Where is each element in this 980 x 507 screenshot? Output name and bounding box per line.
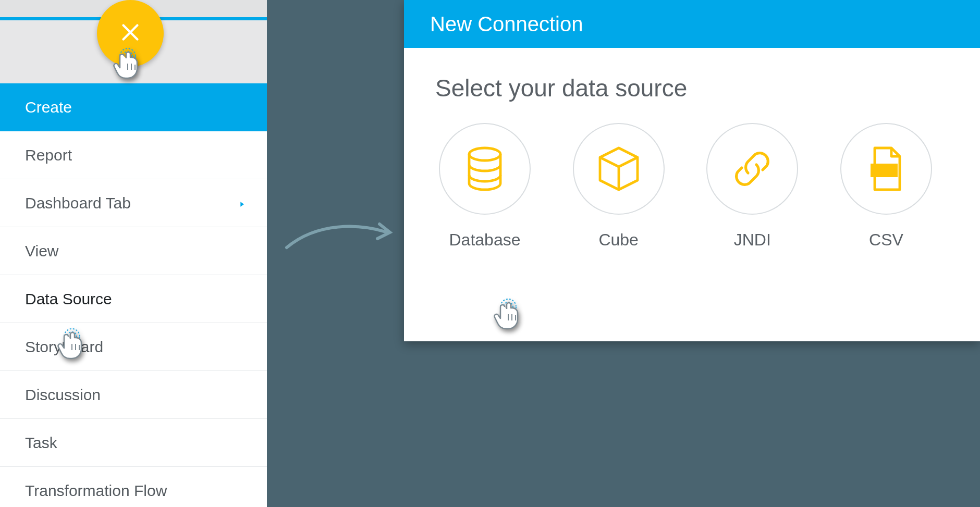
flow-arrow-icon <box>281 214 396 255</box>
source-option-csv[interactable]: CSV CSV <box>837 123 936 250</box>
cube-icon <box>573 123 665 215</box>
menu-item-label: Data Source <box>25 290 112 308</box>
menu-item-label: Discussion <box>25 386 101 404</box>
create-menu-panel: Create Report Dashboard Tab View Data So… <box>0 0 267 507</box>
menu-item-view[interactable]: View <box>0 227 267 275</box>
source-option-cube[interactable]: Cube <box>569 123 668 250</box>
menu-item-task[interactable]: Task <box>0 419 267 467</box>
svg-text:CSV: CSV <box>874 166 893 176</box>
source-label: JNDI <box>734 230 771 250</box>
menu-header: Create <box>0 83 267 131</box>
menu-item-label: Report <box>25 146 72 164</box>
menu-item-label: StoryBoard <box>25 338 103 356</box>
menu-item-discussion[interactable]: Discussion <box>0 371 267 419</box>
menu-item-storyboard[interactable]: StoryBoard <box>0 323 267 371</box>
source-label: CSV <box>869 230 903 250</box>
create-menu-list: Create Report Dashboard Tab View Data So… <box>0 83 267 507</box>
dialog-title: New Connection <box>430 13 583 36</box>
menu-item-transformation-flow[interactable]: Transformation Flow <box>0 467 267 507</box>
csv-file-icon: CSV <box>840 123 932 215</box>
menu-header-label: Create <box>25 98 72 116</box>
link-icon <box>706 123 798 215</box>
source-option-jndi[interactable]: JNDI <box>703 123 802 250</box>
chevron-right-icon <box>238 194 246 212</box>
database-icon <box>439 123 531 215</box>
dialog-header: New Connection <box>404 0 980 48</box>
source-option-database[interactable]: Database <box>435 123 534 250</box>
menu-item-report[interactable]: Report <box>0 131 267 179</box>
menu-item-dashboard-tab[interactable]: Dashboard Tab <box>0 179 267 227</box>
menu-item-data-source[interactable]: Data Source <box>0 275 267 323</box>
menu-item-label: Dashboard Tab <box>25 194 131 212</box>
new-connection-dialog: New Connection Select your data source D… <box>404 0 980 341</box>
close-icon <box>118 20 142 46</box>
source-label: Cube <box>598 230 639 250</box>
close-fab-button[interactable] <box>97 0 164 67</box>
dialog-body: Select your data source Database <box>404 48 980 270</box>
dialog-subtitle: Select your data source <box>435 74 949 102</box>
menu-item-label: Transformation Flow <box>25 482 167 500</box>
source-label: Database <box>449 230 521 250</box>
menu-item-label: View <box>25 242 58 260</box>
svg-point-2 <box>469 148 500 160</box>
menu-item-label: Task <box>25 434 57 452</box>
data-source-options: Database Cube <box>435 123 936 250</box>
